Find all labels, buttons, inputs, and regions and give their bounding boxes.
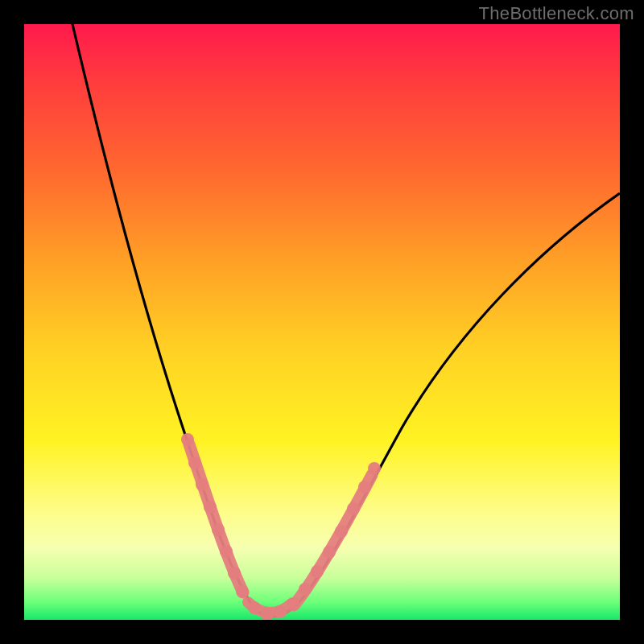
chart-frame: TheBottleneck.com	[0, 0, 644, 644]
watermark-text: TheBottleneck.com	[479, 3, 634, 24]
svg-point-15	[335, 525, 348, 538]
svg-point-8	[248, 601, 261, 614]
svg-point-13	[311, 565, 324, 578]
svg-point-10	[274, 605, 287, 618]
svg-point-7	[236, 585, 249, 598]
svg-point-4	[212, 523, 225, 536]
svg-point-12	[299, 583, 312, 596]
svg-point-14	[323, 546, 336, 559]
bottleneck-curve-svg	[24, 24, 620, 620]
svg-point-5	[220, 545, 233, 558]
svg-point-17	[358, 481, 371, 493]
plot-area	[24, 24, 620, 620]
svg-point-16	[347, 502, 360, 515]
svg-point-11	[287, 597, 299, 610]
svg-point-18	[368, 462, 381, 475]
svg-point-2	[196, 478, 208, 491]
svg-point-3	[204, 501, 217, 514]
svg-point-0	[181, 433, 194, 446]
svg-point-1	[188, 456, 201, 469]
svg-point-6	[228, 567, 241, 580]
